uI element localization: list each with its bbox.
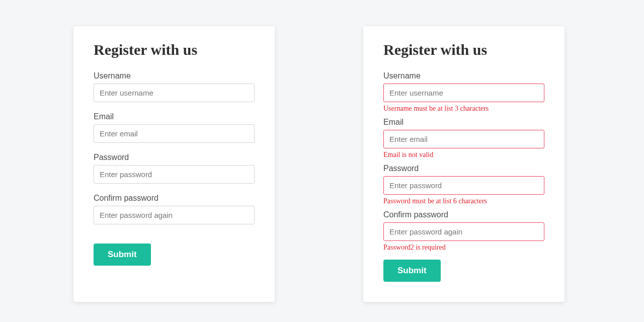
field-password: Password Password must be at list 6 char… xyxy=(383,164,544,205)
field-confirm-password: Confirm password Password2 is required xyxy=(383,210,544,252)
submit-button[interactable]: Submit xyxy=(94,244,151,266)
register-form-errors: Register with us Username Username must … xyxy=(363,26,565,302)
field-password: Password xyxy=(94,153,255,184)
username-input[interactable] xyxy=(94,84,255,102)
confirm-password-label: Confirm password xyxy=(383,210,544,219)
confirm-password-error-text: Password2 is required xyxy=(383,244,544,252)
username-label: Username xyxy=(383,71,544,80)
field-email: Email xyxy=(94,112,255,143)
email-input[interactable] xyxy=(383,130,544,148)
password-input[interactable] xyxy=(383,176,544,195)
email-label: Email xyxy=(383,118,544,127)
email-input[interactable] xyxy=(94,124,255,143)
form-title: Register with us xyxy=(94,41,255,58)
form-title: Register with us xyxy=(383,41,544,58)
confirm-password-input[interactable] xyxy=(383,222,544,241)
email-error-text: Email is not valid xyxy=(383,151,544,159)
submit-button[interactable]: Submit xyxy=(383,260,441,282)
password-input[interactable] xyxy=(94,165,255,184)
field-confirm-password: Confirm password xyxy=(94,194,255,224)
password-error-text: Password must be at list 6 characters xyxy=(383,197,544,205)
field-email: Email Email is not valid xyxy=(383,118,544,159)
confirm-password-label: Confirm password xyxy=(94,194,255,203)
confirm-password-input[interactable] xyxy=(94,206,255,224)
page-container: Register with us Username Email Password… xyxy=(0,0,644,302)
field-username: Username xyxy=(94,71,255,102)
password-label: Password xyxy=(94,153,255,162)
password-label: Password xyxy=(383,164,544,173)
register-form-default: Register with us Username Email Password… xyxy=(73,26,275,302)
username-error-text: Username must be at list 3 characters xyxy=(383,105,544,113)
username-input[interactable] xyxy=(383,84,544,102)
field-username: Username Username must be at list 3 char… xyxy=(383,71,544,113)
username-label: Username xyxy=(94,71,255,80)
email-label: Email xyxy=(94,112,255,121)
